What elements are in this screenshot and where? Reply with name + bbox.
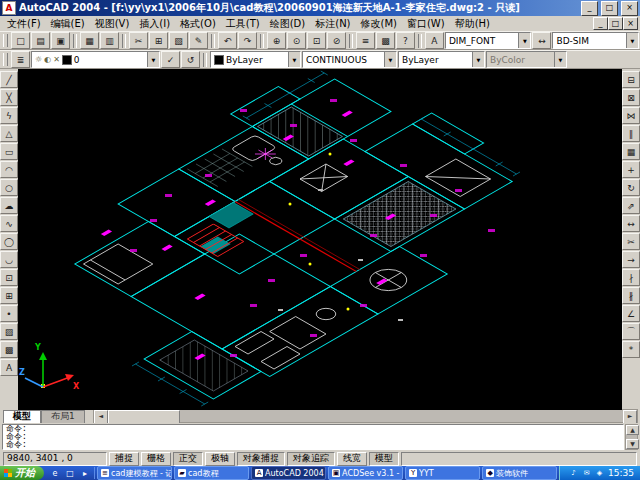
zoom-previous-icon[interactable]: ⊘ [327, 32, 346, 49]
layer-combo[interactable]: ☼ ◐ ✕ 0 ▼ [31, 51, 160, 68]
copy-object-icon[interactable]: ⊠ [622, 89, 640, 106]
menu-tools[interactable]: 工具(T) [221, 17, 265, 31]
show-desktop-icon[interactable]: □ [63, 467, 77, 479]
chevron-down-icon[interactable]: ▼ [147, 52, 159, 67]
layer-lock-icon[interactable]: ✕ [53, 55, 60, 64]
region-icon[interactable]: ▩ [0, 341, 18, 358]
close-button[interactable]: × [621, 1, 638, 16]
match-properties-icon[interactable]: ✎ [189, 32, 208, 49]
erase-icon[interactable]: ⊟ [622, 71, 640, 88]
pan-icon[interactable]: ⊕ [267, 32, 286, 49]
linetype-combo[interactable]: CONTINUOUS ▼ [302, 51, 397, 68]
menu-help[interactable]: 帮助(H) [450, 17, 495, 31]
horizontal-scrollbar[interactable]: ◄ ► [93, 409, 638, 423]
command-scrollbar[interactable]: ▲ ▼ [625, 424, 638, 450]
start-button[interactable]: 开始 [0, 466, 44, 480]
make-block-icon[interactable]: ⊞ [0, 287, 18, 304]
break-at-point-icon[interactable]: ∤ [622, 269, 640, 286]
move-icon[interactable]: + [622, 161, 640, 178]
make-object-layer-current-icon[interactable]: ✓ [161, 51, 180, 68]
layer-bulb-icon[interactable]: ☼ [35, 55, 42, 64]
chevron-down-icon[interactable]: ▼ [518, 33, 530, 48]
chevron-down-icon[interactable]: ▼ [472, 52, 484, 67]
paste-icon[interactable]: ▧ [169, 32, 188, 49]
extend-icon[interactable]: → [622, 251, 640, 268]
trim-icon[interactable]: ✂ [622, 233, 640, 250]
scroll-left-icon[interactable]: ◄ [94, 410, 108, 424]
status-toggle-osnap[interactable]: 对象捕捉 [237, 452, 285, 466]
redo-icon[interactable]: ↷ [238, 32, 257, 49]
drawing-canvas[interactable]: Y X Z [18, 69, 622, 410]
designcenter-icon[interactable]: ▩ [376, 32, 395, 49]
menu-file[interactable]: 文件(F) [2, 17, 46, 31]
help-icon[interactable]: ? [396, 32, 415, 49]
chevron-down-icon[interactable]: ▼ [384, 52, 396, 67]
tab-layout1[interactable]: 布局1 [41, 410, 85, 423]
chevron-down-icon[interactable]: ▼ [288, 52, 300, 67]
copy-clip-icon[interactable]: ⊞ [149, 32, 168, 49]
menu-insert[interactable]: 插入(I) [134, 17, 175, 31]
messenger-icon[interactable]: ✉ [581, 468, 592, 479]
taskbar-task[interactable]: ≡cad建模教程 - 记... [97, 466, 172, 480]
chevron-down-icon[interactable]: ▼ [626, 33, 638, 48]
insert-block-icon[interactable]: ⊡ [0, 269, 18, 286]
array-icon[interactable]: ▦ [622, 143, 640, 160]
status-toggle-lwt[interactable]: 线宽 [337, 452, 367, 466]
lineweight-combo[interactable]: ByLayer ▼ [398, 51, 485, 68]
doc-minimize-button[interactable]: _ [593, 17, 608, 30]
polygon-icon[interactable]: △ [0, 125, 18, 142]
toolbar-grip[interactable] [3, 53, 8, 66]
status-toggle-polar[interactable]: 极轴 [205, 452, 235, 466]
fillet-icon[interactable]: ⌒ [622, 323, 640, 340]
point-icon[interactable]: • [0, 305, 18, 322]
chamfer-icon[interactable]: ∠ [622, 305, 640, 322]
circle-icon[interactable]: ○ [0, 179, 18, 196]
menu-modify[interactable]: 修改(M) [356, 17, 402, 31]
rotate-icon[interactable]: ↻ [622, 179, 640, 196]
arc-icon[interactable]: ◠ [0, 161, 18, 178]
tab-model[interactable]: 模型 [3, 410, 41, 423]
text-style-combo[interactable]: DIM_FONT ▼ [445, 32, 532, 49]
antivirus-icon[interactable]: ◈ [594, 468, 605, 479]
menu-dimension[interactable]: 标注(N) [310, 17, 355, 31]
plot-icon[interactable]: ▦ [80, 32, 99, 49]
save-file-icon[interactable]: ▣ [51, 32, 70, 49]
layer-freeze-icon[interactable]: ◐ [44, 55, 51, 64]
menu-view[interactable]: 视图(V) [90, 17, 135, 31]
polyline-icon[interactable]: ϟ [0, 107, 18, 124]
revision-cloud-icon[interactable]: ☁ [0, 197, 18, 214]
media-player-icon[interactable]: ▸ [78, 467, 92, 479]
volume-icon[interactable]: ♪ [568, 468, 579, 479]
cut-icon[interactable]: ✂ [129, 32, 148, 49]
status-toggle-otrack[interactable]: 对象追踪 [287, 452, 335, 466]
command-input-line[interactable]: 命令: [6, 441, 620, 449]
taskbar-task[interactable]: AAutoCAD 2004 - [... [251, 466, 326, 480]
line-icon[interactable]: ╱ [0, 71, 18, 88]
layer-previous-icon[interactable]: ↺ [181, 51, 200, 68]
menu-window[interactable]: 窗口(W) [402, 17, 450, 31]
scroll-up-icon[interactable]: ▲ [626, 425, 639, 435]
scale-icon[interactable]: ⇗ [622, 197, 640, 214]
taskbar-task[interactable]: YYYT [405, 466, 480, 480]
zoom-window-icon[interactable]: ⊡ [307, 32, 326, 49]
toolbar-grip[interactable] [3, 34, 8, 47]
maximize-button[interactable]: □ [601, 1, 618, 16]
dim-style-combo[interactable]: BD-SIM ▼ [552, 32, 639, 49]
ellipse-arc-icon[interactable]: ◡ [0, 251, 18, 268]
zoom-realtime-icon[interactable]: ⊙ [287, 32, 306, 49]
offset-icon[interactable]: ∥ [622, 125, 640, 142]
menu-format[interactable]: 格式(O) [175, 17, 221, 31]
new-file-icon[interactable]: □ [11, 32, 30, 49]
undo-icon[interactable]: ↶ [218, 32, 237, 49]
scroll-down-icon[interactable]: ▼ [626, 439, 639, 449]
taskbar-task[interactable]: ▰cad教程 [174, 466, 249, 480]
plot-preview-icon[interactable]: ▥ [100, 32, 119, 49]
status-toggle-ortho[interactable]: 正交 [173, 452, 203, 466]
command-text-area[interactable]: 命令: 命令: 命令: [2, 424, 624, 450]
status-toggle-snap[interactable]: 捕捉 [109, 452, 139, 466]
taskbar-task[interactable]: ◆装饰软件 [482, 466, 557, 480]
minimize-button[interactable]: _ [581, 1, 598, 16]
open-file-icon[interactable]: ▤ [31, 32, 50, 49]
doc-close-button[interactable]: × [623, 17, 638, 30]
internet-explorer-icon[interactable]: e [48, 467, 62, 479]
